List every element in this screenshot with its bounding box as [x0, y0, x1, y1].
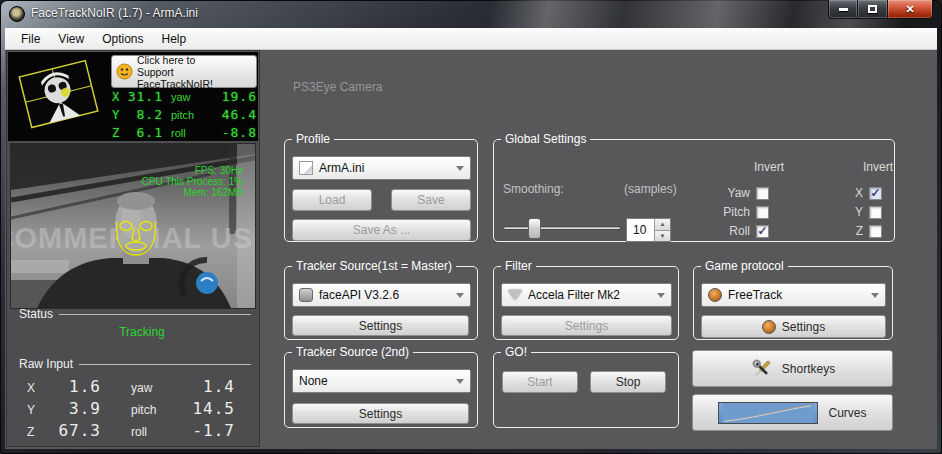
- rotation-label: roll: [171, 127, 211, 139]
- axis-value: 8.2: [125, 107, 163, 122]
- save-as-button[interactable]: Save As ...: [292, 219, 471, 241]
- chevron-down-icon: [871, 293, 879, 298]
- game-protocol-settings-label: Settings: [782, 320, 825, 334]
- axis-label: Y: [27, 403, 43, 417]
- raw-input-section-header: Raw Input: [19, 357, 251, 371]
- faceapi-icon: [299, 288, 313, 302]
- filter-group-label: Filter: [501, 259, 536, 273]
- curves-label: Curves: [828, 406, 866, 420]
- smoothing-label: Smoothing:: [503, 182, 564, 196]
- divider: [79, 364, 251, 365]
- axis-value: 6.1: [125, 125, 163, 140]
- faceapi-logo-icon: [196, 272, 218, 294]
- support-facetracknoir-button[interactable]: Click here to Support FaceTrackNoIR!: [111, 55, 257, 88]
- camera-device-label: PS3Eye Camera: [293, 80, 382, 94]
- divider: [59, 314, 251, 315]
- tracker-source-2-group: Tracker Source (2nd) None Settings: [284, 352, 478, 428]
- chevron-down-icon: [456, 293, 464, 298]
- raw-input-label: Raw Input: [19, 357, 73, 371]
- load-button[interactable]: Load: [292, 189, 372, 211]
- tools-icon: [750, 358, 774, 380]
- profile-group: Profile ArmA.ini Load Save Save As ...: [284, 139, 478, 242]
- tracker-source-2-select[interactable]: None: [292, 369, 471, 393]
- invert-z-checkbox[interactable]: [869, 225, 882, 238]
- chevron-down-icon: [456, 166, 464, 171]
- minimize-icon: [839, 8, 848, 11]
- menu-file[interactable]: File: [12, 28, 49, 49]
- smoothing-slider-handle[interactable]: [528, 218, 541, 239]
- menu-view[interactable]: View: [49, 28, 93, 49]
- samples-value: 10: [627, 219, 654, 241]
- smiley-icon: [116, 63, 133, 80]
- go-group: GO! Start Stop: [493, 352, 679, 428]
- freetrack-icon: [708, 288, 722, 302]
- tracker-source-2-label: Tracker Source (2nd): [292, 345, 413, 359]
- smoothing-slider[interactable]: [503, 226, 621, 230]
- game-protocol-value: FreeTrack: [728, 288, 782, 302]
- invert-yaw-checkbox[interactable]: [756, 187, 769, 200]
- raw-input-row-y: Y 3.9 pitch 14.5: [27, 399, 241, 421]
- invert-y-row: Y: [824, 205, 882, 219]
- global-settings-group: Global Settings Smoothing: (samples) 10 …: [493, 139, 895, 242]
- profile-select[interactable]: ArmA.ini: [292, 156, 471, 180]
- title-bar[interactable]: FaceTrackNoIR (1.7) - ArmA.ini ✕: [0, 0, 942, 28]
- invert-pitch-row: Pitch: [694, 205, 769, 219]
- status-section-header: Status: [19, 307, 251, 321]
- start-button[interactable]: Start: [502, 371, 578, 393]
- game-protocol-settings-button[interactable]: Settings: [701, 315, 886, 338]
- headpose-row-z: Z 6.1 roll -8.8: [112, 125, 258, 143]
- spin-up-icon[interactable]: ▲: [655, 219, 670, 230]
- rotation-value: -1.7: [173, 421, 235, 440]
- app-window: FaceTrackNoIR (1.7) - ArmA.ini ✕ File Vi…: [0, 0, 942, 454]
- axis-value: 31.1: [125, 89, 163, 104]
- save-button[interactable]: Save: [391, 189, 471, 211]
- maximize-button[interactable]: [858, 0, 887, 19]
- rotation-label: yaw: [131, 381, 173, 395]
- face-orientation-icon: [11, 54, 107, 138]
- close-icon: ✕: [905, 3, 914, 16]
- invert-x-checkbox[interactable]: ✓: [869, 187, 882, 200]
- tracker-source-2-settings-button[interactable]: Settings: [292, 403, 469, 424]
- menu-options[interactable]: Options: [93, 28, 152, 49]
- curves-button[interactable]: Curves: [692, 394, 893, 431]
- filter-funnel-icon: [508, 290, 522, 300]
- tracker-source-2-value: None: [299, 374, 328, 388]
- invert-roll-label: Roll: [729, 224, 750, 238]
- menu-bar: File View Options Help: [5, 28, 937, 50]
- status-label: Status: [19, 307, 53, 321]
- headpose-preview: Click here to Support FaceTrackNoIR! X 3…: [8, 52, 258, 141]
- tracker-source-1-select[interactable]: faceAPI V3.2.6: [292, 283, 471, 307]
- spin-down-icon[interactable]: ▼: [655, 230, 670, 242]
- shortkeys-button[interactable]: Shortkeys: [692, 350, 893, 387]
- spinner-buttons: ▲ ▼: [654, 219, 670, 241]
- axis-value: 67.3: [43, 421, 101, 440]
- axis-label: X: [112, 90, 125, 104]
- go-group-label: GO!: [501, 345, 531, 359]
- menu-help[interactable]: Help: [153, 28, 196, 49]
- filter-select[interactable]: Accela Filter Mk2: [501, 283, 672, 307]
- tracker-source-1-label: Tracker Source(1st = Master): [292, 259, 456, 273]
- tracker-source-1-settings-button[interactable]: Settings: [292, 315, 469, 336]
- invert-y-label: Y: [855, 205, 863, 219]
- invert-z-label: Z: [856, 224, 863, 238]
- samples-spinbox[interactable]: 10 ▲ ▼: [626, 218, 671, 242]
- close-button[interactable]: ✕: [887, 0, 933, 19]
- invert-yaw-row: Yaw: [694, 186, 769, 200]
- invert-y-checkbox[interactable]: [869, 206, 882, 219]
- fps-text: FPS: 30Hz: [195, 165, 243, 176]
- minimize-button[interactable]: [828, 0, 858, 19]
- samples-label: (samples): [624, 182, 677, 196]
- window-body: File View Options Help: [5, 28, 937, 449]
- profile-selected-value: ArmA.ini: [319, 161, 364, 175]
- rotation-value: 1.4: [173, 377, 235, 396]
- invert-roll-checkbox[interactable]: ✓: [756, 225, 769, 238]
- invert-roll-row: Roll ✓: [694, 224, 769, 238]
- game-protocol-select[interactable]: FreeTrack: [701, 283, 886, 307]
- raw-input-readout: X 1.6 yaw 1.4 Y 3.9 pitch 14.5 Z 67.3 ro…: [27, 377, 241, 443]
- invert-pitch-checkbox[interactable]: [756, 206, 769, 219]
- filter-selected-value: Accela Filter Mk2: [528, 288, 620, 302]
- filter-settings-button[interactable]: Settings: [501, 315, 672, 336]
- stop-button[interactable]: Stop: [590, 371, 666, 393]
- rotation-label: roll: [131, 425, 173, 439]
- raw-input-row-z: Z 67.3 roll -1.7: [27, 421, 241, 443]
